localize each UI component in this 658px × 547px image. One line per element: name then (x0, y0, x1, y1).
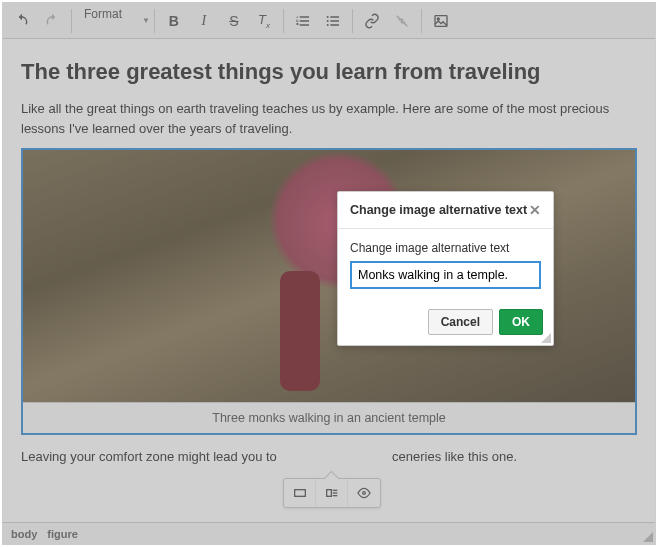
alt-text-input[interactable] (350, 261, 541, 289)
alt-text-label: Change image alternative text (350, 241, 541, 255)
editor-container: Format ▼ B I S Tx The three greatest thi… (2, 2, 656, 545)
cancel-button[interactable]: Cancel (428, 309, 493, 335)
close-icon[interactable]: ✕ (529, 202, 541, 218)
ok-button[interactable]: OK (499, 309, 543, 335)
modal-overlay (3, 3, 655, 544)
dialog-resize-handle-icon[interactable] (541, 333, 551, 343)
dialog-body: Change image alternative text (338, 229, 553, 301)
alt-text-dialog: Change image alternative text ✕ Change i… (337, 191, 554, 346)
dialog-title: Change image alternative text (350, 203, 527, 217)
dialog-header: Change image alternative text ✕ (338, 192, 553, 229)
dialog-footer: Cancel OK (338, 301, 553, 345)
